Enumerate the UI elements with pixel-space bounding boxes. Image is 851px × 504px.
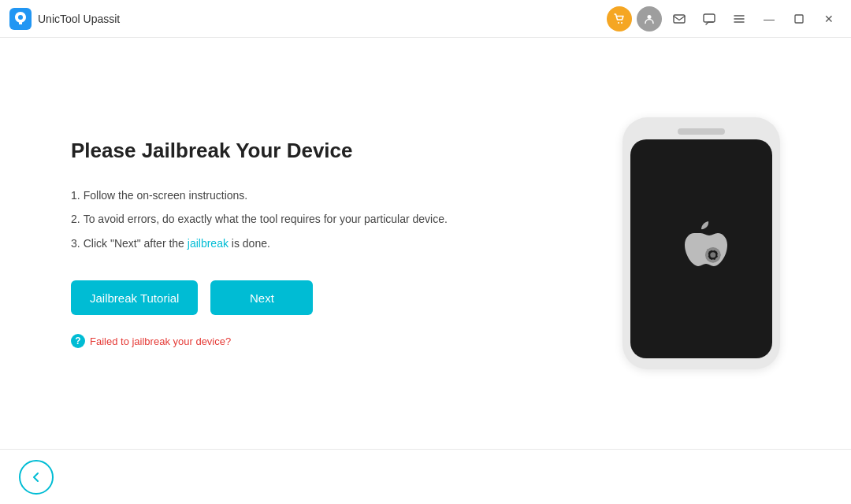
page-title: Please Jailbreak Your Device	[71, 139, 575, 163]
button-row: Jailbreak Tutorial Next	[71, 280, 575, 315]
phone-screen	[630, 139, 772, 358]
titlebar: UnicTool Upassit	[0, 0, 851, 38]
instruction-1: 1. Follow the on-screen instructions.	[71, 187, 575, 204]
instruction-1-text: Follow the on-screen instructions.	[84, 187, 248, 204]
failed-jailbreak-link[interactable]: ? Failed to jailbreak your device?	[71, 334, 575, 348]
instruction-2: 2. To avoid errors, do exactly what the …	[71, 210, 575, 228]
failed-jailbreak-text: Failed to jailbreak your device?	[90, 335, 231, 347]
cart-icon[interactable]	[607, 6, 632, 32]
svg-point-4	[648, 15, 652, 19]
back-button[interactable]	[19, 460, 54, 495]
svg-rect-11	[712, 247, 714, 250]
next-button[interactable]: Next	[210, 280, 313, 315]
content-wrapper: Please Jailbreak Your Device 1. Follow t…	[71, 117, 780, 369]
close-button[interactable]: ✕	[816, 6, 842, 32]
svg-rect-14	[717, 254, 720, 256]
svg-rect-5	[674, 15, 685, 23]
main-content: Please Jailbreak Your Device 1. Follow t…	[0, 38, 851, 449]
instruction-3-text: Click "Next" after the jailbreak is done…	[84, 235, 270, 252]
phone-notch	[678, 128, 725, 135]
mail-icon[interactable]	[667, 6, 692, 32]
phone-mockup	[622, 117, 780, 369]
svg-point-2	[618, 22, 619, 24]
chat-icon[interactable]	[697, 6, 722, 32]
instruction-1-num: 1.	[71, 187, 80, 204]
svg-point-1	[18, 15, 23, 20]
user-icon[interactable]	[637, 6, 662, 32]
left-panel: Please Jailbreak Your Device 1. Follow t…	[71, 139, 622, 348]
minimize-button[interactable]: —	[756, 6, 782, 32]
app-title: UnicTool Upassit	[38, 13, 120, 25]
svg-rect-6	[704, 14, 715, 22]
svg-point-3	[621, 22, 622, 24]
apple-gear-icon	[666, 213, 737, 284]
titlebar-right: — ✕	[607, 6, 842, 32]
svg-rect-13	[705, 254, 708, 256]
highlight-jailbreak: jailbreak	[188, 237, 229, 250]
instruction-2-num: 2.	[71, 210, 80, 228]
instruction-2-text: To avoid errors, do exactly what the too…	[84, 210, 448, 228]
app-logo-icon	[9, 8, 32, 30]
instruction-3: 3. Click "Next" after the jailbreak is d…	[71, 235, 575, 252]
svg-rect-12	[712, 259, 714, 262]
menu-icon[interactable]	[727, 6, 752, 32]
instructions-list: 1. Follow the on-screen instructions. 2.…	[71, 187, 575, 252]
titlebar-left: UnicTool Upassit	[9, 8, 120, 30]
instruction-3-num: 3.	[71, 235, 80, 252]
bottom-bar	[0, 449, 851, 504]
maximize-button[interactable]	[786, 6, 812, 32]
svg-point-10	[710, 252, 715, 258]
question-icon: ?	[71, 334, 85, 348]
jailbreak-tutorial-button[interactable]: Jailbreak Tutorial	[71, 280, 198, 315]
svg-rect-7	[795, 15, 803, 23]
